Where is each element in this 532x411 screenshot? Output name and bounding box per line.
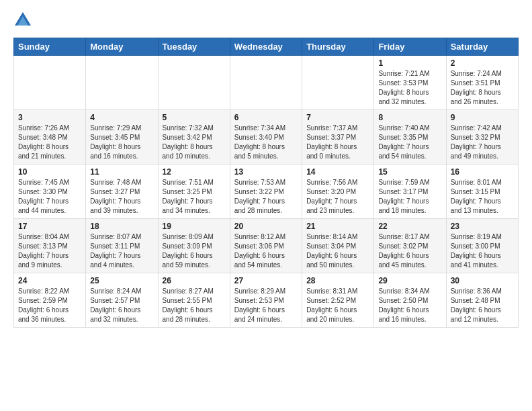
day-info: Sunrise: 8:07 AM Sunset: 3:11 PM Dayligh… bbox=[90, 232, 153, 270]
calendar-cell: 1Sunrise: 7:21 AM Sunset: 3:53 PM Daylig… bbox=[374, 56, 446, 110]
day-info: Sunrise: 8:19 AM Sunset: 3:00 PM Dayligh… bbox=[451, 232, 514, 270]
day-info: Sunrise: 8:04 AM Sunset: 3:13 PM Dayligh… bbox=[18, 232, 81, 270]
day-info: Sunrise: 7:34 AM Sunset: 3:40 PM Dayligh… bbox=[234, 124, 298, 161]
logo bbox=[13, 11, 35, 30]
day-number: 9 bbox=[451, 113, 514, 122]
day-number: 25 bbox=[90, 276, 153, 285]
day-info: Sunrise: 8:29 AM Sunset: 2:53 PM Dayligh… bbox=[234, 287, 298, 324]
calendar-cell: 21Sunrise: 8:14 AM Sunset: 3:04 PM Dayli… bbox=[302, 219, 374, 273]
day-number: 2 bbox=[451, 58, 514, 68]
day-number: 6 bbox=[234, 113, 298, 122]
day-header-wednesday: Wednesday bbox=[230, 38, 302, 56]
day-number: 10 bbox=[18, 167, 81, 177]
week-row-1: 1Sunrise: 7:21 AM Sunset: 3:53 PM Daylig… bbox=[14, 56, 519, 110]
logo-icon bbox=[13, 11, 32, 30]
day-number: 4 bbox=[90, 113, 153, 122]
day-number: 12 bbox=[163, 167, 226, 177]
day-number: 27 bbox=[234, 276, 298, 285]
day-number: 21 bbox=[306, 222, 369, 231]
calendar-cell bbox=[158, 56, 230, 110]
calendar-cell: 26Sunrise: 8:27 AM Sunset: 2:55 PM Dayli… bbox=[158, 273, 230, 328]
day-header-tuesday: Tuesday bbox=[158, 38, 230, 56]
calendar-cell bbox=[230, 56, 302, 110]
calendar-cell: 22Sunrise: 8:17 AM Sunset: 3:02 PM Dayli… bbox=[374, 219, 446, 273]
day-number: 24 bbox=[18, 276, 81, 285]
calendar-cell: 27Sunrise: 8:29 AM Sunset: 2:53 PM Dayli… bbox=[230, 273, 302, 328]
day-number: 5 bbox=[163, 113, 226, 122]
calendar-cell: 12Sunrise: 7:51 AM Sunset: 3:25 PM Dayli… bbox=[158, 165, 230, 219]
day-number: 8 bbox=[378, 113, 441, 122]
day-header-monday: Monday bbox=[86, 38, 158, 56]
day-number: 14 bbox=[306, 167, 369, 177]
header bbox=[13, 11, 519, 30]
day-number: 20 bbox=[234, 222, 298, 231]
week-row-3: 10Sunrise: 7:45 AM Sunset: 3:30 PM Dayli… bbox=[14, 165, 519, 219]
calendar-cell: 10Sunrise: 7:45 AM Sunset: 3:30 PM Dayli… bbox=[14, 165, 86, 219]
calendar-cell: 19Sunrise: 8:09 AM Sunset: 3:09 PM Dayli… bbox=[158, 219, 230, 273]
day-info: Sunrise: 8:22 AM Sunset: 2:59 PM Dayligh… bbox=[18, 287, 81, 324]
week-row-5: 24Sunrise: 8:22 AM Sunset: 2:59 PM Dayli… bbox=[14, 273, 519, 328]
day-info: Sunrise: 8:12 AM Sunset: 3:06 PM Dayligh… bbox=[234, 232, 298, 270]
day-number: 26 bbox=[163, 276, 226, 285]
calendar-cell: 9Sunrise: 7:42 AM Sunset: 3:32 PM Daylig… bbox=[446, 110, 518, 165]
day-number: 7 bbox=[306, 113, 369, 122]
day-number: 28 bbox=[306, 276, 369, 285]
day-info: Sunrise: 8:01 AM Sunset: 3:15 PM Dayligh… bbox=[451, 178, 514, 216]
day-info: Sunrise: 7:21 AM Sunset: 3:53 PM Dayligh… bbox=[378, 69, 441, 107]
week-row-4: 17Sunrise: 8:04 AM Sunset: 3:13 PM Dayli… bbox=[14, 219, 519, 273]
week-row-2: 3Sunrise: 7:26 AM Sunset: 3:48 PM Daylig… bbox=[14, 110, 519, 165]
calendar-cell bbox=[302, 56, 374, 110]
page: SundayMondayTuesdayWednesdayThursdayFrid… bbox=[0, 0, 532, 336]
day-info: Sunrise: 7:32 AM Sunset: 3:42 PM Dayligh… bbox=[163, 124, 226, 161]
calendar-cell: 20Sunrise: 8:12 AM Sunset: 3:06 PM Dayli… bbox=[230, 219, 302, 273]
day-number: 16 bbox=[451, 167, 514, 177]
day-info: Sunrise: 7:45 AM Sunset: 3:30 PM Dayligh… bbox=[18, 178, 81, 216]
calendar-cell: 4Sunrise: 7:29 AM Sunset: 3:45 PM Daylig… bbox=[86, 110, 158, 165]
day-number: 19 bbox=[163, 222, 226, 231]
day-info: Sunrise: 8:17 AM Sunset: 3:02 PM Dayligh… bbox=[378, 232, 441, 270]
calendar-cell bbox=[14, 56, 86, 110]
day-header-friday: Friday bbox=[374, 38, 446, 56]
calendar-cell: 29Sunrise: 8:34 AM Sunset: 2:50 PM Dayli… bbox=[374, 273, 446, 328]
day-info: Sunrise: 8:09 AM Sunset: 3:09 PM Dayligh… bbox=[163, 232, 226, 270]
calendar-cell: 24Sunrise: 8:22 AM Sunset: 2:59 PM Dayli… bbox=[14, 273, 86, 328]
day-number: 30 bbox=[451, 276, 514, 285]
calendar-table: SundayMondayTuesdayWednesdayThursdayFrid… bbox=[13, 38, 519, 328]
calendar-cell: 2Sunrise: 7:24 AM Sunset: 3:51 PM Daylig… bbox=[446, 56, 518, 110]
day-info: Sunrise: 7:53 AM Sunset: 3:22 PM Dayligh… bbox=[234, 178, 298, 216]
calendar-cell: 30Sunrise: 8:36 AM Sunset: 2:48 PM Dayli… bbox=[446, 273, 518, 328]
day-info: Sunrise: 7:56 AM Sunset: 3:20 PM Dayligh… bbox=[306, 178, 369, 216]
calendar-cell: 18Sunrise: 8:07 AM Sunset: 3:11 PM Dayli… bbox=[86, 219, 158, 273]
day-info: Sunrise: 7:59 AM Sunset: 3:17 PM Dayligh… bbox=[378, 178, 441, 216]
day-number: 3 bbox=[18, 113, 81, 122]
calendar-cell: 14Sunrise: 7:56 AM Sunset: 3:20 PM Dayli… bbox=[302, 165, 374, 219]
day-header-saturday: Saturday bbox=[446, 38, 518, 56]
calendar-cell: 23Sunrise: 8:19 AM Sunset: 3:00 PM Dayli… bbox=[446, 219, 518, 273]
day-number: 22 bbox=[378, 222, 441, 231]
day-number: 29 bbox=[378, 276, 441, 285]
calendar-cell: 8Sunrise: 7:40 AM Sunset: 3:35 PM Daylig… bbox=[374, 110, 446, 165]
day-info: Sunrise: 8:24 AM Sunset: 2:57 PM Dayligh… bbox=[90, 287, 153, 324]
day-info: Sunrise: 7:42 AM Sunset: 3:32 PM Dayligh… bbox=[451, 124, 514, 161]
day-info: Sunrise: 7:37 AM Sunset: 3:37 PM Dayligh… bbox=[306, 124, 369, 161]
day-number: 13 bbox=[234, 167, 298, 177]
day-header-thursday: Thursday bbox=[302, 38, 374, 56]
calendar-cell: 5Sunrise: 7:32 AM Sunset: 3:42 PM Daylig… bbox=[158, 110, 230, 165]
day-info: Sunrise: 7:40 AM Sunset: 3:35 PM Dayligh… bbox=[378, 124, 441, 161]
day-number: 23 bbox=[451, 222, 514, 231]
calendar-cell: 7Sunrise: 7:37 AM Sunset: 3:37 PM Daylig… bbox=[302, 110, 374, 165]
day-info: Sunrise: 8:27 AM Sunset: 2:55 PM Dayligh… bbox=[163, 287, 226, 324]
day-info: Sunrise: 8:14 AM Sunset: 3:04 PM Dayligh… bbox=[306, 232, 369, 270]
day-info: Sunrise: 8:36 AM Sunset: 2:48 PM Dayligh… bbox=[451, 287, 514, 324]
day-number: 1 bbox=[378, 58, 441, 68]
day-number: 11 bbox=[90, 167, 153, 177]
day-number: 17 bbox=[18, 222, 81, 231]
calendar-cell: 25Sunrise: 8:24 AM Sunset: 2:57 PM Dayli… bbox=[86, 273, 158, 328]
calendar-cell: 11Sunrise: 7:48 AM Sunset: 3:27 PM Dayli… bbox=[86, 165, 158, 219]
calendar-cell bbox=[86, 56, 158, 110]
day-info: Sunrise: 7:26 AM Sunset: 3:48 PM Dayligh… bbox=[18, 124, 81, 161]
day-info: Sunrise: 7:24 AM Sunset: 3:51 PM Dayligh… bbox=[451, 69, 514, 107]
day-info: Sunrise: 7:48 AM Sunset: 3:27 PM Dayligh… bbox=[90, 178, 153, 216]
calendar-cell: 28Sunrise: 8:31 AM Sunset: 2:52 PM Dayli… bbox=[302, 273, 374, 328]
day-info: Sunrise: 8:31 AM Sunset: 2:52 PM Dayligh… bbox=[306, 287, 369, 324]
